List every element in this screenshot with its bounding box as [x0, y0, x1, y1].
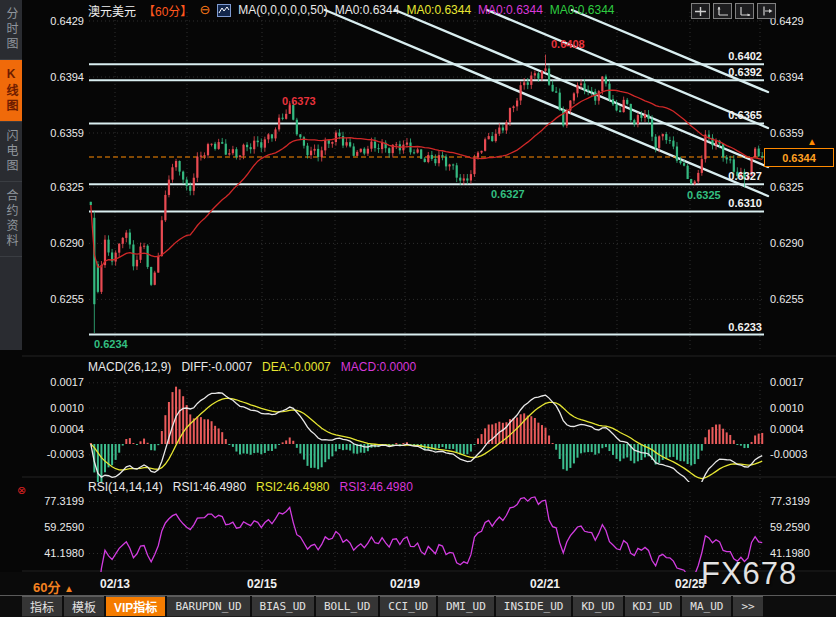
toolbar-button-KDJ_UD[interactable]: KDJ_UD	[625, 596, 681, 617]
ma-value-0: MA0:0.6344	[335, 3, 400, 17]
ma-value-1: MA0:0.6344	[406, 3, 471, 17]
axis-label: 0.6429	[24, 15, 84, 27]
level-label-0.6233: 0.6233	[698, 321, 762, 333]
shift-right-icon[interactable]	[757, 3, 776, 19]
sidebar: 分时图K线图闪电图合约资料	[0, 0, 22, 350]
sidebar-item-3[interactable]: 合约资料	[0, 182, 22, 257]
time-label-02/15: 02/15	[247, 577, 277, 591]
level-label-0.6392: 0.6392	[698, 66, 762, 78]
period-label: 【60分】	[143, 2, 192, 19]
current-price-box: 0.6344	[764, 148, 834, 167]
period-tag[interactable]: 60分 ▲	[33, 577, 74, 596]
level-label-0.6402: 0.6402	[698, 50, 762, 62]
axis-label: 0.0010	[770, 402, 804, 414]
toolbar-button-CCI_UD[interactable]: CCI_UD	[380, 596, 436, 617]
toolbar-button-DMI_UD[interactable]: DMI_UD	[438, 596, 494, 617]
axis-label: 0.0017	[770, 376, 804, 388]
toolbar-button-模板[interactable]: 模板	[64, 596, 104, 617]
level-label-0.6327: 0.6327	[698, 170, 762, 182]
axis-label: 0.6290	[24, 237, 84, 249]
toolbar-button-INSIDE_UD[interactable]: INSIDE_UD	[496, 596, 572, 617]
watermark: FX678	[701, 556, 797, 592]
toolbar-button-指标[interactable]: 指标	[22, 596, 62, 617]
collapse-icon[interactable]: ⊖	[199, 4, 210, 16]
axis-label: -0.0003	[770, 448, 807, 460]
fit-y-axis-icon[interactable]	[713, 3, 732, 19]
toolbar-spacer	[0, 596, 20, 617]
price-arrow-icon: ▲	[807, 136, 817, 147]
rsi-header: RSI(14,14,14) RSI1:46.4980 RSI2:46.4980 …	[88, 480, 413, 494]
annotation-0.6408: 0.6408	[551, 38, 585, 50]
axis-label: 0.6359	[24, 127, 84, 139]
toolbar-button-BOLL_UD[interactable]: BOLL_UD	[316, 596, 378, 617]
fit-x-axis-icon[interactable]	[735, 3, 754, 19]
rsi1-value: RSI1:46.4980	[173, 480, 246, 494]
axis-label: 0.0010	[24, 402, 84, 414]
ma-value-2: MA0:0.6344	[478, 3, 543, 17]
axis-label: 0.0004	[24, 423, 84, 435]
macd-title: MACD(26,12,9)	[88, 360, 171, 374]
macd-diff-value: DIFF:-0.0007	[181, 360, 252, 374]
pan-icon[interactable]	[691, 3, 710, 19]
axis-label: 41.1980	[24, 547, 84, 559]
sidebar-item-0[interactable]: 分时图	[0, 0, 22, 60]
sidebar-item-1[interactable]: K线图	[0, 60, 22, 122]
annotation-0.6325: 0.6325	[687, 189, 721, 201]
axis-label: 0.6359	[770, 127, 804, 139]
chart-svg	[0, 0, 836, 617]
time-label-02/19: 02/19	[390, 577, 420, 591]
chart-header: 澳元美元 【60分】 ⊖ MA(0,0,0,0,0,50) MA0:0.6344…	[88, 2, 622, 18]
chart-tool-icons	[691, 3, 776, 19]
macd-macd-value: MACD:0.0000	[341, 360, 416, 374]
toolbar-button-MA_UD[interactable]: MA_UD	[682, 596, 731, 617]
sidebar-item-2[interactable]: 闪电图	[0, 122, 22, 182]
axis-label: 0.6255	[24, 293, 84, 305]
period-arrow-icon: ▲	[64, 583, 74, 594]
axis-label: 0.6394	[770, 71, 804, 83]
time-label-02/21: 02/21	[530, 577, 560, 591]
axis-label: 0.6290	[770, 237, 804, 249]
axis-label: 0.6394	[24, 71, 84, 83]
rsi3-value: RSI3:46.4980	[340, 480, 413, 494]
toolbar-button-VIP指标[interactable]: VIP指标	[106, 596, 165, 617]
toolbar-button-BARUPDN_UD[interactable]: BARUPDN_UD	[167, 596, 249, 617]
axis-label: 0.0017	[24, 376, 84, 388]
level-label-0.6365: 0.6365	[698, 109, 762, 121]
time-label-02/13: 02/13	[100, 577, 130, 591]
axis-label: 77.3199	[24, 495, 84, 507]
symbol-name: 澳元美元	[88, 2, 136, 19]
axis-label: 0.0004	[770, 423, 804, 435]
axis-label: 59.2590	[24, 521, 84, 533]
axis-label: 0.6325	[24, 181, 84, 193]
macd-header: MACD(26,12,9) DIFF:-0.0007 DEA:-0.0007 M…	[88, 360, 416, 374]
axis-label: 77.3199	[770, 495, 810, 507]
macd-dea-value: DEA:-0.0007	[262, 360, 331, 374]
toolbar-button->>[interactable]: >>	[733, 596, 762, 617]
ma-values: MA0:0.6344MA0:0.6344MA0:0.6344MA0:0.6344	[335, 3, 622, 17]
ma-value-3: MA0:0.6344	[550, 3, 615, 17]
toolbar-button-BIAS_UD[interactable]: BIAS_UD	[252, 596, 314, 617]
trading-app-window: 分时图K线图闪电图合约资料 澳元美元 【60分】 ⊖ MA(0,0,0,0,0,…	[0, 0, 836, 617]
axis-label: -0.0003	[24, 448, 84, 460]
line-chart-icon	[217, 4, 231, 17]
annotation-0.6234: 0.6234	[94, 338, 128, 350]
annotation-0.6373: 0.6373	[282, 95, 316, 107]
remove-indicator-icon[interactable]: ⊗	[17, 484, 26, 497]
indicator-toolbar: 指标模板VIP指标BARUPDN_UDBIAS_UDBOLL_UDCCI_UDD…	[0, 595, 836, 617]
axis-label: 0.6255	[770, 293, 804, 305]
axis-label: 59.2590	[770, 521, 810, 533]
axis-label: 0.6325	[770, 181, 804, 193]
toolbar-button-KD_UD[interactable]: KD_UD	[573, 596, 622, 617]
annotation-0.6327: 0.6327	[491, 188, 525, 200]
rsi2-value: RSI2:46.4980	[256, 480, 329, 494]
rsi-title: RSI(14,14,14)	[88, 480, 163, 494]
chart-canvas[interactable]	[0, 0, 836, 617]
ma-formula: MA(0,0,0,0,0,50)	[238, 3, 327, 17]
